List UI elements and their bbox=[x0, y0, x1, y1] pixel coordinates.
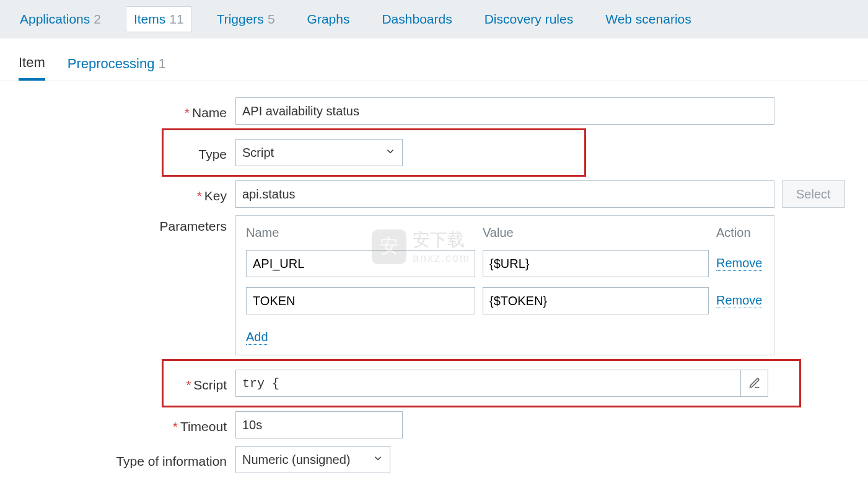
tab-label: Discovery rules bbox=[484, 12, 574, 27]
key-label: Key bbox=[204, 189, 227, 203]
tab-count: 5 bbox=[268, 12, 275, 27]
name-input[interactable] bbox=[235, 97, 774, 125]
subtab-preprocessing[interactable]: Preprocessing 1 bbox=[68, 56, 166, 79]
sub-tabs: Item Preprocessing 1 bbox=[0, 45, 868, 81]
tab-count: 11 bbox=[169, 12, 183, 27]
tab-label: Triggers bbox=[217, 12, 264, 27]
parameters-label: Parameters bbox=[159, 219, 227, 233]
param-name-input[interactable] bbox=[246, 250, 475, 277]
tab-graphs[interactable]: Graphs bbox=[300, 7, 357, 32]
tab-discovery-rules[interactable]: Discovery rules bbox=[477, 7, 581, 32]
script-label: Script bbox=[193, 378, 227, 392]
chevron-down-icon bbox=[372, 453, 384, 467]
param-header-name: Name bbox=[246, 226, 475, 240]
required-asterisk: * bbox=[173, 419, 180, 434]
tab-web-scenarios[interactable]: Web scenarios bbox=[598, 7, 699, 32]
param-row: Remove bbox=[246, 282, 764, 319]
tab-dashboards[interactable]: Dashboards bbox=[374, 7, 459, 32]
typeinfo-label: Type of information bbox=[116, 454, 227, 468]
param-value-input[interactable] bbox=[483, 250, 709, 277]
name-label: Name bbox=[192, 105, 227, 120]
subtab-label: Item bbox=[19, 55, 45, 71]
param-row: Remove bbox=[246, 245, 764, 282]
remove-link[interactable]: Remove bbox=[716, 256, 762, 271]
script-highlight: *Script try { bbox=[162, 359, 801, 407]
add-link[interactable]: Add bbox=[246, 330, 268, 345]
tab-label: Applications bbox=[20, 12, 90, 27]
remove-link[interactable]: Remove bbox=[716, 293, 762, 308]
subtab-item[interactable]: Item bbox=[19, 55, 45, 81]
param-name-input[interactable] bbox=[246, 287, 475, 314]
param-header-value: Value bbox=[483, 226, 709, 240]
param-value-input[interactable] bbox=[483, 287, 709, 314]
tab-label: Dashboards bbox=[382, 12, 452, 27]
required-asterisk: * bbox=[185, 105, 192, 120]
select-button[interactable]: Select bbox=[782, 180, 845, 208]
type-select[interactable]: Script bbox=[235, 139, 403, 166]
required-asterisk: * bbox=[186, 378, 193, 392]
timeout-label: Timeout bbox=[180, 419, 227, 434]
type-highlight: Type Script bbox=[162, 128, 586, 177]
tab-label: Graphs bbox=[307, 12, 350, 27]
edit-icon[interactable] bbox=[740, 370, 768, 397]
tab-count: 2 bbox=[94, 12, 101, 27]
type-label: Type bbox=[198, 147, 227, 161]
subtab-count: 1 bbox=[158, 56, 165, 72]
chevron-down-icon bbox=[385, 146, 396, 160]
parameters-box: Name Value Action Remove Remove bbox=[235, 215, 774, 355]
tab-label: Items bbox=[134, 12, 165, 27]
type-value: Script bbox=[242, 146, 274, 160]
param-header-action: Action bbox=[716, 226, 764, 240]
tab-items[interactable]: Items 11 bbox=[126, 6, 192, 32]
tab-applications[interactable]: Applications 2 bbox=[12, 7, 108, 32]
key-input[interactable] bbox=[235, 180, 774, 208]
subtab-label: Preprocessing bbox=[68, 56, 155, 72]
typeinfo-value: Numeric (unsigned) bbox=[242, 453, 351, 467]
tab-triggers[interactable]: Triggers 5 bbox=[209, 7, 283, 32]
timeout-input[interactable] bbox=[235, 411, 403, 438]
script-value: try { bbox=[242, 376, 279, 391]
script-input[interactable]: try { bbox=[235, 370, 768, 397]
typeinfo-select[interactable]: Numeric (unsigned) bbox=[235, 446, 390, 473]
tab-label: Web scenarios bbox=[605, 12, 691, 27]
required-asterisk: * bbox=[197, 189, 204, 203]
top-tabs: Applications 2 Items 11 Triggers 5 Graph… bbox=[0, 0, 868, 38]
